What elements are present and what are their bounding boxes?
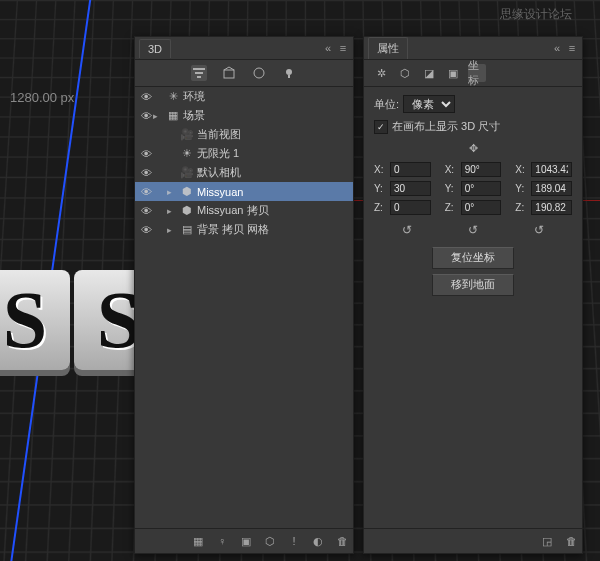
reset-coords-button[interactable]: 复位坐标 (432, 247, 514, 269)
watermark: 思缘设计论坛 (500, 6, 572, 23)
tree-item[interactable]: 👁▸⬢Missyuan (135, 182, 353, 201)
pos-z-input[interactable] (390, 200, 431, 215)
light-icon: ☀ (180, 147, 194, 160)
panel-menu-icon[interactable]: ≡ (337, 43, 349, 53)
show-dims-checkbox[interactable]: ✓ (374, 120, 388, 134)
coordinates-grid: X: Y: Z: X: Y: Z: X: Y: Z: (374, 162, 572, 219)
footer-render-icon[interactable]: ◐ (311, 534, 325, 548)
property-tabs: ✲ ⬡ ◪ ▣ 坐标 (364, 60, 582, 87)
tree-item[interactable]: 👁▸⬢Missyuan 拷贝 (135, 201, 353, 220)
filter-light-icon[interactable] (281, 65, 297, 81)
tree-item[interactable]: 👁▸▤背景 拷贝 网格 (135, 220, 353, 239)
rot-z-input[interactable] (461, 200, 502, 215)
prop-tab-deform-icon[interactable]: ⬡ (396, 64, 414, 82)
filter-bar (135, 60, 353, 87)
svg-point-5 (286, 69, 292, 75)
visibility-icon[interactable]: 👁 (139, 110, 153, 122)
panel-menu-icon[interactable]: ≡ (566, 43, 578, 53)
trash-icon[interactable]: 🗑 (564, 534, 578, 548)
footer-mesh-icon[interactable]: ▦ (191, 534, 205, 548)
svg-rect-1 (195, 72, 203, 74)
collapse-icon[interactable]: « (322, 43, 334, 53)
filter-mesh-icon[interactable] (221, 65, 237, 81)
visibility-icon[interactable]: 👁 (139, 186, 153, 198)
mesh2-icon: ▤ (180, 223, 194, 236)
scale-z-label: Z: (515, 202, 531, 213)
pos-y-input[interactable] (390, 181, 431, 196)
ruler-measurement: 1280.00 px (10, 90, 74, 105)
scale-x-label: X: (515, 164, 531, 175)
scale-z-input[interactable] (531, 200, 572, 215)
render-settings-icon[interactable]: ◲ (540, 534, 554, 548)
env-icon: ✳ (166, 90, 180, 103)
panel-properties: 属性 « ≡ ✲ ⬡ ◪ ▣ 坐标 单位: 像素 ✓ 在画布上显示 3D 尺寸 … (363, 36, 583, 554)
reset-scale-icon[interactable]: ↺ (532, 223, 546, 237)
unit-select[interactable]: 像素 (403, 95, 455, 113)
tree-item[interactable]: 👁🎥默认相机 (135, 163, 353, 182)
pos-z-label: Z: (374, 202, 390, 213)
tab-properties[interactable]: 属性 (368, 37, 408, 59)
expand-arrow-icon[interactable]: ▸ (167, 206, 177, 216)
expand-arrow-icon[interactable]: ▸ (167, 225, 177, 235)
trash-icon[interactable]: 🗑 (335, 534, 349, 548)
svg-rect-3 (224, 70, 234, 78)
footer-camera-icon[interactable]: ▣ (239, 534, 253, 548)
svg-rect-6 (288, 75, 290, 78)
cam-icon: 🎥 (180, 166, 194, 179)
mesh-icon: ⬢ (180, 185, 194, 198)
scale-y-input[interactable] (531, 181, 572, 196)
reset-pos-icon[interactable]: ↺ (400, 223, 414, 237)
pos-x-input[interactable] (390, 162, 431, 177)
move-tool-icon: ✥ (465, 140, 481, 156)
visibility-icon[interactable]: 👁 (139, 167, 153, 179)
pos-x-label: X: (374, 164, 390, 175)
tree-item-label: 默认相机 (197, 165, 349, 180)
panel-properties-tabbar: 属性 « ≡ (364, 37, 582, 60)
tree-item[interactable]: 👁☀无限光 1 (135, 144, 353, 163)
pos-y-label: Y: (374, 183, 390, 194)
rot-z-label: Z: (445, 202, 461, 213)
scale-y-label: Y: (515, 183, 531, 194)
tree-item[interactable]: 👁▸▦场景 (135, 106, 353, 125)
prop-tab-shell-icon[interactable]: ▣ (444, 64, 462, 82)
scene-icon: ▦ (166, 109, 180, 122)
visibility-icon[interactable]: 👁 (139, 224, 153, 236)
tab-3d[interactable]: 3D (139, 39, 171, 58)
expand-arrow-icon[interactable]: ▸ (167, 187, 177, 197)
mesh-icon: ⬢ (180, 204, 194, 217)
expand-arrow-icon[interactable]: ▸ (153, 111, 163, 121)
visibility-icon[interactable]: 👁 (139, 91, 153, 103)
footer-light-icon[interactable]: ♀ (215, 534, 229, 548)
rot-y-input[interactable] (461, 181, 502, 196)
tree-item-label: 环境 (183, 89, 349, 104)
panel-3d: 3D « ≡ 👁✳环境👁▸▦场景🎥当前视图👁☀无限光 1👁🎥默认相机👁▸⬢Mis… (134, 36, 354, 554)
visibility-icon[interactable]: 👁 (139, 148, 153, 160)
panel-properties-footer: ◲ 🗑 (364, 528, 582, 553)
prop-tab-cap-icon[interactable]: ◪ (420, 64, 438, 82)
rot-x-label: X: (445, 164, 461, 175)
prop-tab-mesh-icon[interactable]: ✲ (372, 64, 390, 82)
tree-item-label: 当前视图 (197, 127, 349, 142)
move-to-ground-button[interactable]: 移到地面 (432, 274, 514, 296)
tree-item-label: 无限光 1 (197, 146, 349, 161)
prop-tab-coordinates[interactable]: 坐标 (468, 64, 486, 82)
svg-rect-2 (197, 76, 201, 78)
filter-all-icon[interactable] (191, 65, 207, 81)
tree-item-label: Missyuan 拷贝 (197, 203, 349, 218)
tree-item[interactable]: 👁✳环境 (135, 87, 353, 106)
cam-icon: 🎥 (180, 128, 194, 141)
show-dims-label: 在画布上显示 3D 尺寸 (392, 119, 500, 134)
footer-warning-icon[interactable]: ! (287, 534, 301, 548)
tree-item[interactable]: 🎥当前视图 (135, 125, 353, 144)
rot-x-input[interactable] (461, 162, 502, 177)
reset-rot-icon[interactable]: ↺ (466, 223, 480, 237)
svg-point-4 (254, 68, 264, 78)
filter-material-icon[interactable] (251, 65, 267, 81)
svg-rect-0 (193, 68, 205, 70)
collapse-icon[interactable]: « (551, 43, 563, 53)
footer-material-icon[interactable]: ⬡ (263, 534, 277, 548)
visibility-icon[interactable]: 👁 (139, 205, 153, 217)
unit-label: 单位: (374, 97, 399, 112)
scale-x-input[interactable] (531, 162, 572, 177)
panel-3d-tabbar: 3D « ≡ (135, 37, 353, 60)
